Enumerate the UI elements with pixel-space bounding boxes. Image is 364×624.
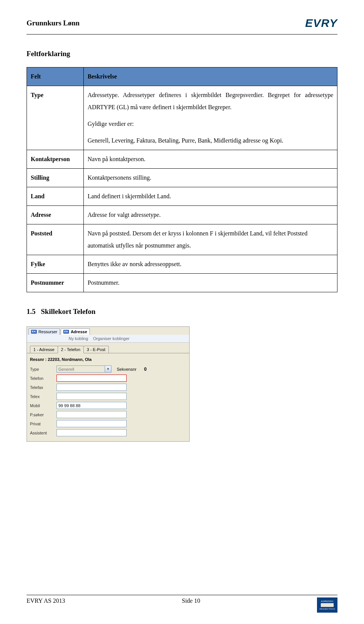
table-row: Postnummer Postnummer. [27,274,337,292]
ressnr-label: Ressnr : 22203, Nordmann, Ola [30,357,186,362]
agresso-logo-sub: Akkreditert Partner [319,608,335,610]
label-psoker: P.søker [30,412,56,417]
row-desc-poststed: Navn på poststed. Dersom det er kryss i … [84,224,337,255]
subtab-adresse[interactable]: 1 - Adresse [30,346,58,353]
form-row-telefax: Telefax [30,384,186,391]
form-row-telex: Telex [30,393,186,400]
subsection-heading: 1.5Skillekort Telefon [27,307,337,316]
doc-title: Grunnkurs Lønn [27,19,80,27]
page-footer: EVRY AS 2013 Side 10 AGRESSO Akkreditert… [27,595,337,613]
form-row-psoker: P.søker [30,411,186,418]
evry-logo: EVRY [305,17,337,30]
field-definition-table: Felt Beskrivelse Type Adressetype. Adres… [27,67,337,292]
page-header: Grunnkurs Lønn EVRY [27,19,337,34]
row-desc-fylke: Benyttes ikke av norsk adresseoppsett. [84,255,337,274]
sub-tabstrip: 1 - Adresse 2 - Telefon 3 - E-Post [27,343,189,353]
footer-right: Side 10 [182,597,200,604]
row-label-adresse: Adresse [27,206,84,224]
table-row: Adresse Adresse for valgt adressetype. [27,206,337,224]
subsection-title: Skillekort Telefon [41,307,96,315]
type-dropdown[interactable] [56,365,105,373]
table-row: Poststed Navn på poststed. Dersom det er… [27,224,337,255]
section-title: Feltforklaring [27,50,337,58]
row-desc-postnummer: Postnummer. [84,274,337,292]
label-mobil: Mobil [30,403,56,408]
agresso-logo-bar [321,603,334,607]
label-telefax: Telefax [30,385,56,390]
label-telex: Telex [30,394,56,399]
row-desc-stilling: Kontaktpersonens stilling. [84,169,337,187]
form-area: Ressnr : 22203, Nordmann, Ola Type ▼ Sek… [27,353,189,441]
chevron-down-icon[interactable]: ▼ [105,365,111,373]
telex-input[interactable] [56,393,127,400]
form-row-type: Type ▼ Sekvensnr 0 [30,365,186,373]
type-para-1: Adressetype. Adressetyper defineres i sk… [88,89,333,113]
row-label-poststed: Poststed [27,224,84,255]
top-tabstrip: EK Ressurser EK Adresse [27,327,189,335]
psoker-input[interactable] [56,411,127,418]
mobil-input[interactable] [56,402,127,409]
tab-adresse[interactable]: EK Adresse [61,328,90,335]
label-assistent: Assistent [30,431,56,435]
table-row: Fylke Benyttes ikke av norsk adresseopps… [27,255,337,274]
row-label-stilling: Stilling [27,169,84,187]
form-row-privat: Privat [30,420,186,427]
row-desc-land: Land definert i skjermbildet Land. [84,187,337,206]
label-type: Type [30,367,56,372]
col-header-beskrivelse: Beskrivelse [84,67,337,86]
row-desc-type: Adressetype. Adressetyper defineres i sk… [84,86,337,150]
form-row-assistent: Assistent [30,429,186,436]
table-row: Land Land definert i skjermbildet Land. [27,187,337,206]
row-desc-adresse: Adresse for valgt adressetype. [84,206,337,224]
row-label-kontaktperson: Kontaktperson [27,150,84,169]
privat-input[interactable] [56,420,127,427]
subtab-epost[interactable]: 3 - E-Post [83,346,109,353]
ek-icon: EK [31,330,37,334]
row-label-postnummer: Postnummer [27,274,84,292]
toolbar: Ny kobling Organiser koblinger [27,335,189,343]
table-row: Stilling Kontaktpersonens stilling. [27,169,337,187]
telefon-input[interactable] [56,375,127,382]
tab-label: Ressurser [38,329,57,334]
label-telefon: Telefon [30,376,56,381]
ek-icon: EK [63,330,69,334]
app-screenshot: EK Ressurser EK Adresse Ny kobling Organ… [27,326,190,442]
form-row-telefon: Telefon [30,375,186,382]
form-row-mobil: Mobil [30,402,186,409]
agresso-logo: AGRESSO Akkreditert Partner [317,597,337,613]
row-desc-kontaktperson: Navn på kontaktperson. [84,150,337,169]
subsection-number: 1.5 [27,307,36,315]
row-label-land: Land [27,187,84,206]
col-header-felt: Felt [27,67,84,86]
table-row: Type Adressetype. Adressetyper defineres… [27,86,337,150]
label-sekvensnr: Sekvensnr [117,367,140,372]
toolbar-organiser-koblinger[interactable]: Organiser koblinger [93,336,129,341]
tab-ressurser[interactable]: EK Ressurser [28,328,60,335]
table-row: Kontaktperson Navn på kontaktperson. [27,150,337,169]
telefax-input[interactable] [56,384,127,391]
type-para-2: Gyldige verdier er: [88,118,333,130]
label-privat: Privat [30,422,56,426]
assistent-input[interactable] [56,429,127,436]
type-para-3: Generell, Levering, Faktura, Betaling, P… [88,135,333,147]
row-label-fylke: Fylke [27,255,84,274]
row-label-type: Type [27,86,84,150]
agresso-logo-text: AGRESSO [321,600,333,602]
sekvensnr-value: 0 [144,367,147,372]
footer-left: EVRY AS 2013 [27,597,65,604]
toolbar-ny-kobling[interactable]: Ny kobling [69,336,88,341]
subtab-telefon[interactable]: 2 - Telefon [58,346,84,353]
tab-label: Adresse [71,329,87,334]
